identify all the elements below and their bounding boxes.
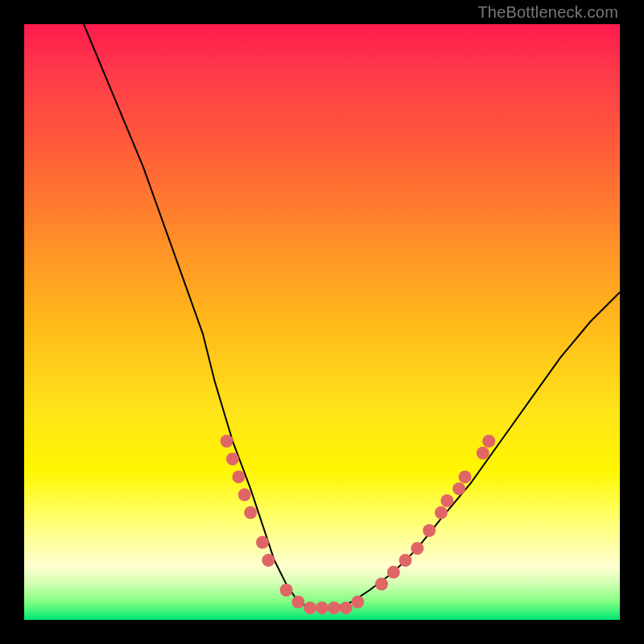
- marker-dot: [280, 584, 293, 597]
- marker-dot: [221, 435, 233, 448]
- marker-dot: [351, 596, 364, 609]
- marker-dot: [226, 452, 239, 465]
- marker-dot: [375, 578, 388, 591]
- marker-dot: [482, 435, 495, 448]
- marker-dot: [303, 601, 316, 614]
- marker-dot: [423, 524, 436, 537]
- marker-dot: [399, 554, 412, 567]
- marker-dot: [435, 506, 448, 519]
- marker-dot: [387, 566, 400, 579]
- marker-dot: [340, 601, 353, 614]
- marker-dot: [411, 542, 423, 555]
- marker-group: [221, 435, 496, 614]
- marker-dot: [316, 601, 328, 614]
- chart-frame: TheBottleneck.com: [0, 0, 644, 644]
- marker-dot: [452, 482, 465, 495]
- curve-svg: [24, 24, 620, 620]
- marker-dot: [244, 506, 257, 519]
- marker-dot: [477, 447, 489, 460]
- marker-dot: [440, 494, 453, 507]
- watermark-label: TheBottleneck.com: [477, 3, 618, 22]
- marker-dot: [459, 470, 472, 483]
- marker-dot: [291, 596, 304, 609]
- bottleneck-curve: [84, 24, 620, 608]
- plot-area: [24, 24, 620, 620]
- marker-dot: [238, 489, 251, 502]
- marker-dot: [232, 470, 245, 483]
- marker-dot: [328, 601, 341, 614]
- marker-dot: [262, 554, 275, 567]
- marker-dot: [256, 536, 269, 549]
